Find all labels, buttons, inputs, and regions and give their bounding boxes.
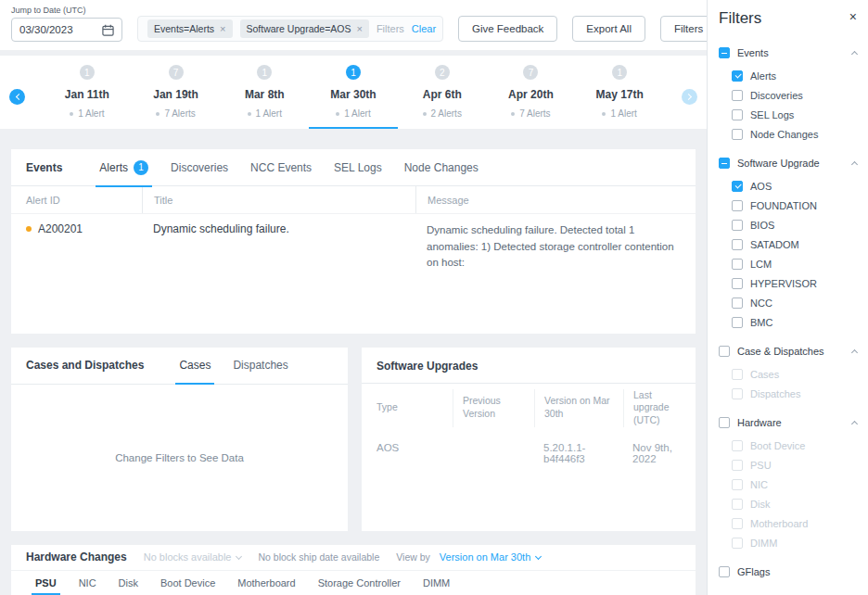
checkbox-icon[interactable]	[732, 298, 743, 309]
remove-chip-icon[interactable]: ×	[220, 24, 225, 34]
alert-dot-icon	[511, 112, 515, 116]
filter-item-foundation[interactable]: FOUNDATION	[732, 196, 861, 215]
checkbox-icon[interactable]	[719, 566, 730, 577]
filter-item-bios[interactable]: BIOS	[732, 215, 861, 234]
chevron-up-icon[interactable]	[851, 161, 858, 168]
tab-psu[interactable]: PSU	[24, 571, 68, 595]
checkbox-checked-icon[interactable]	[732, 70, 743, 82]
tab-cases[interactable]: Cases	[168, 347, 222, 384]
filter-item-alerts[interactable]: Alerts	[732, 66, 861, 85]
filter-item-discoveries[interactable]: Discoveries	[732, 85, 861, 105]
blocks-dropdown: No blocks available	[144, 551, 242, 563]
export-all-button[interactable]: Export All	[572, 16, 645, 42]
checkbox-icon[interactable]	[719, 417, 730, 428]
timeline-item[interactable]: 1 May 17th 1 Alert	[575, 56, 664, 129]
remove-chip-icon[interactable]: ×	[356, 24, 362, 34]
events-panel-title: Events	[26, 161, 62, 174]
timeline: 1 Jan 11th 1 Alert 7 Jan 19th 7 Alerts 1…	[0, 56, 707, 129]
checkbox-icon[interactable]	[732, 239, 743, 250]
filter-chip-events-label: Events=Alerts	[154, 23, 214, 34]
tab-motherboard[interactable]: Motherboard	[226, 571, 306, 595]
table-row[interactable]: AOS 5.20.1.1-b4f446f3 Nov 9th, 2022	[362, 433, 696, 474]
filter-group-hardware-header[interactable]: Hardware	[719, 412, 861, 433]
clear-filters-link[interactable]: Clear	[412, 23, 436, 34]
filter-chip-software-upgrade[interactable]: Software Upgrade=AOS ×	[240, 19, 369, 38]
checkbox-partial-icon[interactable]	[719, 158, 730, 169]
filter-item-sel-logs[interactable]: SEL Logs	[732, 105, 861, 124]
filter-item-ncc[interactable]: NCC	[732, 293, 861, 312]
filter-item-satadom[interactable]: SATADOM	[732, 234, 861, 254]
chevron-up-icon[interactable]	[851, 349, 858, 356]
filter-chip-events[interactable]: Events=Alerts ×	[147, 19, 233, 38]
filter-item-aos[interactable]: AOS	[732, 176, 861, 196]
filter-item-boot-device: Boot Device	[732, 436, 861, 455]
timeline-item[interactable]: 7 Apr 20th 7 Alerts	[487, 56, 576, 129]
view-by-dropdown[interactable]: Version on Mar 30th	[440, 551, 541, 563]
tab-node-changes[interactable]: Node Changes	[393, 149, 490, 186]
date-input-wrap[interactable]	[11, 18, 122, 42]
timeline-prev-icon[interactable]	[9, 89, 25, 105]
cases-panel: Cases and Dispatches Cases Dispatches Ch…	[11, 348, 348, 531]
checkbox-icon[interactable]	[732, 90, 743, 101]
timeline-next-icon[interactable]	[682, 89, 697, 105]
tab-storage-controller[interactable]: Storage Controller	[307, 571, 412, 595]
checkbox-disabled-icon	[732, 538, 743, 549]
timeline-item[interactable]: 7 Jan 19th 7 Alerts	[132, 56, 221, 129]
close-icon[interactable]: ×	[846, 9, 861, 25]
checkbox-icon[interactable]	[732, 220, 743, 231]
filter-group-case-dispatches-header[interactable]: Case & Dispatches	[719, 341, 861, 361]
timeline-item-selected[interactable]: 1 Mar 30th 1 Alert	[309, 56, 398, 129]
checkbox-icon[interactable]	[732, 317, 743, 328]
tab-dispatches[interactable]: Dispatches	[222, 347, 299, 384]
column-previous-version: Previous Version	[453, 389, 534, 427]
checkbox-icon[interactable]	[732, 129, 743, 140]
timeline-item[interactable]: 1 Jan 11th 1 Alert	[43, 56, 132, 129]
upgrade-version: 5.20.1.1-b4f446f3	[534, 442, 623, 464]
filter-item-lcm[interactable]: LCM	[732, 254, 861, 273]
filter-group-label: Case & Dispatches	[737, 346, 824, 357]
alert-message: Dynamic scheduling failure. Detected tot…	[415, 222, 681, 271]
column-message: Message	[415, 186, 681, 213]
timeline-item[interactable]: 2 Apr 6th 2 Alerts	[398, 56, 487, 129]
filter-item-label: Motherboard	[750, 518, 808, 529]
filter-item-label: NCC	[750, 298, 772, 309]
filters-sidebar: Filters × Events Alerts Discoveries SEL …	[707, 0, 868, 595]
tab-sel-logs[interactable]: SEL Logs	[323, 149, 393, 186]
chevron-up-icon[interactable]	[851, 421, 858, 427]
tab-alerts[interactable]: Alerts 1	[88, 149, 160, 186]
give-feedback-button[interactable]: Give Feedback	[458, 16, 557, 42]
upgrade-type: AOS	[377, 442, 453, 464]
upgrades-table-header: Type Previous Version Version on Mar 30t…	[362, 384, 696, 433]
filter-item-hypervisor[interactable]: HYPERVISOR	[732, 273, 861, 293]
tab-dimm[interactable]: DIMM	[412, 571, 461, 595]
checkbox-icon[interactable]	[719, 346, 730, 357]
table-row[interactable]: A200201 Dynamic scheduling failure. Dyna…	[11, 214, 696, 279]
cases-tab-bar: Cases and Dispatches Cases Dispatches	[11, 348, 348, 385]
checkbox-icon[interactable]	[732, 259, 743, 270]
filter-item-node-changes[interactable]: Node Changes	[732, 124, 861, 144]
tab-nic[interactable]: NIC	[68, 571, 108, 595]
checkbox-icon[interactable]	[732, 278, 743, 289]
filter-chip-bar[interactable]: Events=Alerts × Software Upgrade=AOS × F…	[137, 16, 443, 42]
filter-group-events-header[interactable]: Events	[719, 43, 861, 63]
filter-group-gflags-header[interactable]: GFlags	[719, 562, 861, 582]
filter-item-bmc[interactable]: BMC	[732, 312, 861, 332]
date-input[interactable]	[19, 24, 94, 35]
calendar-icon[interactable]	[102, 24, 114, 36]
tab-disk[interactable]: Disk	[108, 571, 149, 595]
checkbox-checked-icon[interactable]	[732, 181, 743, 192]
timeline-item[interactable]: 1 Mar 8th 1 Alert	[220, 56, 309, 129]
checkbox-icon[interactable]	[732, 109, 743, 120]
filter-item-label: Discoveries	[750, 90, 803, 101]
filter-item-label: Alerts	[750, 70, 776, 82]
tab-ncc-events[interactable]: NCC Events	[239, 149, 323, 186]
checkbox-icon[interactable]	[732, 200, 743, 211]
checkbox-partial-icon[interactable]	[719, 47, 730, 58]
filter-group-software-upgrade-header[interactable]: Software Upgrade	[719, 153, 861, 173]
events-panel: Events Alerts 1 Discoveries NCC Events S…	[11, 149, 696, 333]
tab-boot-device[interactable]: Boot Device	[149, 571, 226, 595]
timeline-alert-count: 1 Alert	[344, 108, 370, 119]
chevron-up-icon[interactable]	[851, 51, 858, 57]
filter-input-placeholder[interactable]: Filters	[377, 23, 404, 34]
tab-discoveries[interactable]: Discoveries	[160, 149, 239, 186]
